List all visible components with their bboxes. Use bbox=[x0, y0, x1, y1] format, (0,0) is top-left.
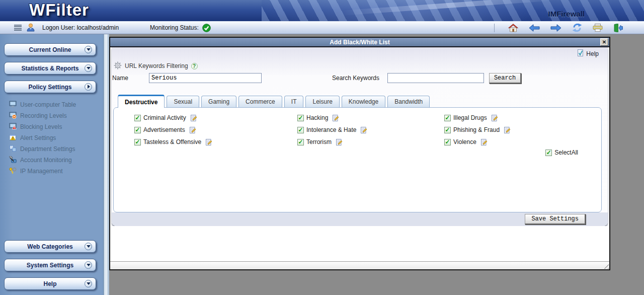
edit-icon[interactable] bbox=[191, 115, 197, 121]
toolbar-separator bbox=[494, 24, 495, 32]
tab-knowledge[interactable]: Knowledge bbox=[342, 96, 385, 107]
checkbox-checked[interactable]: ✓ bbox=[297, 127, 304, 133]
wfilter-logo: WFilter bbox=[29, 1, 89, 20]
recording-icon bbox=[9, 112, 17, 120]
sidebar-section-label: System Settings bbox=[27, 262, 73, 269]
checkbox-checked[interactable]: ✓ bbox=[134, 127, 141, 133]
category-item: ✓ Violence bbox=[444, 136, 601, 148]
category-item: ✓ Intolerance & Hate bbox=[297, 124, 444, 136]
logon-user-label: Logon User: localhost/admin bbox=[42, 24, 119, 31]
sidebar-section-system-settings[interactable]: System Settings bbox=[4, 259, 96, 271]
chevron-down-icon bbox=[85, 261, 92, 269]
dialog-title: Add Black/White List bbox=[330, 39, 389, 46]
save-settings-button[interactable]: Save Settings bbox=[525, 214, 586, 225]
chevron-down-icon bbox=[85, 243, 92, 250]
toolbar-left: Logon User: localhost/admin Monitoring S… bbox=[0, 23, 211, 33]
department-icon bbox=[9, 145, 17, 154]
help-label: Help bbox=[586, 50, 599, 57]
checkbox-checked[interactable]: ✓ bbox=[297, 139, 304, 145]
monitoring-status-label: Monitoring Status: bbox=[150, 24, 199, 31]
tab-leisure[interactable]: Leisure bbox=[305, 96, 339, 107]
category-item: ✓ Tasteless & Offensive bbox=[134, 136, 297, 148]
sidebar-item-department-settings[interactable]: Department Settings bbox=[9, 143, 98, 155]
toolbar-right bbox=[494, 23, 644, 32]
sidebar-item-user-computer-table[interactable]: User-computer Table bbox=[9, 99, 98, 110]
toolbar: Logon User: localhost/admin Monitoring S… bbox=[0, 21, 644, 34]
forward-icon[interactable] bbox=[550, 24, 561, 32]
checkbox-checked[interactable]: ✓ bbox=[444, 115, 451, 121]
name-label: Name bbox=[112, 75, 128, 82]
resize-grip-icon[interactable] bbox=[602, 262, 609, 269]
edit-icon[interactable] bbox=[206, 139, 212, 145]
edit-icon[interactable] bbox=[481, 139, 488, 145]
help-link[interactable]: Help bbox=[577, 49, 599, 58]
checkbox-checked[interactable]: ✓ bbox=[134, 139, 141, 145]
help-row: Help bbox=[112, 49, 608, 57]
checkbox-checked[interactable]: ✓ bbox=[444, 139, 451, 145]
edit-icon[interactable] bbox=[336, 139, 343, 145]
checkbox-checked[interactable]: ✓ bbox=[297, 115, 304, 121]
edit-icon[interactable] bbox=[190, 127, 196, 133]
menu-icon[interactable] bbox=[14, 25, 22, 31]
ip-icon bbox=[9, 167, 17, 176]
search-keywords-input[interactable] bbox=[387, 73, 484, 83]
checkbox-checked[interactable]: ✓ bbox=[444, 127, 451, 133]
sidebar-section-current-online[interactable]: Current Online bbox=[4, 43, 96, 56]
name-input[interactable] bbox=[149, 73, 262, 83]
user-icon bbox=[26, 23, 35, 33]
home-icon[interactable] bbox=[508, 24, 518, 32]
sidebar-section-policy-settings[interactable]: Policy Settings bbox=[4, 81, 96, 93]
tab-commerce[interactable]: Commerce bbox=[238, 96, 282, 107]
edit-icon[interactable] bbox=[492, 115, 498, 121]
sidebar-section-web-categories[interactable]: Web Categories bbox=[4, 240, 96, 253]
back-icon[interactable] bbox=[529, 24, 540, 32]
sidebar-gutter bbox=[103, 34, 109, 295]
sidebar-item-label: Account Monitoring bbox=[20, 157, 72, 164]
sidebar: Current Online Statistics & Reports Poli… bbox=[0, 34, 103, 295]
help-doc-icon bbox=[577, 49, 584, 58]
top-banner: WFilter IMFirewall bbox=[0, 0, 644, 21]
close-icon[interactable]: ✕ bbox=[600, 38, 608, 46]
category-label: Criminal Activity bbox=[143, 114, 186, 121]
sidebar-spacer bbox=[0, 181, 103, 240]
checkbox-checked[interactable]: ✓ bbox=[134, 115, 141, 121]
tab-bandwidth[interactable]: Bandwidth bbox=[387, 96, 430, 107]
logout-icon[interactable] bbox=[613, 24, 623, 32]
print-icon[interactable] bbox=[593, 24, 603, 32]
tab-destructive[interactable]: Destructive bbox=[118, 95, 165, 108]
category-item: ✓ Criminal Activity bbox=[134, 112, 297, 124]
dialog-body: Help bbox=[110, 47, 609, 269]
tab-sexual[interactable]: Sexual bbox=[167, 96, 199, 107]
edit-icon[interactable] bbox=[333, 115, 339, 121]
tab-it[interactable]: IT bbox=[284, 96, 304, 107]
category-label: Intolerance & Hate bbox=[306, 126, 356, 133]
select-all-checkbox[interactable]: ✓ bbox=[545, 150, 552, 156]
sidebar-item-account-monitoring[interactable]: Account Monitoring bbox=[9, 155, 98, 166]
search-button[interactable]: Search bbox=[489, 73, 521, 84]
sidebar-section-help[interactable]: Help bbox=[4, 277, 96, 290]
category-label: Terrorism bbox=[306, 138, 332, 145]
sidebar-item-recording-levels[interactable]: Recording Levels bbox=[9, 110, 98, 121]
url-keywords-card: Help bbox=[112, 47, 608, 226]
sidebar-section-label: Web Categories bbox=[27, 243, 72, 250]
sidebar-item-alert-settings[interactable]: Alert Settings bbox=[9, 132, 98, 143]
edit-icon[interactable] bbox=[504, 127, 511, 133]
refresh-icon[interactable] bbox=[572, 23, 582, 32]
sidebar-item-label: Department Settings bbox=[20, 145, 75, 153]
category-label: Illegal Drugs bbox=[453, 114, 487, 121]
tab-gaming[interactable]: Gaming bbox=[201, 96, 236, 107]
add-blackwhite-list-dialog: Add Black/White List ✕ Help bbox=[109, 37, 610, 270]
account-icon bbox=[9, 156, 17, 165]
category-label: Advertisements bbox=[143, 126, 185, 133]
sidebar-item-blocking-levels[interactable]: Blocking Levels bbox=[9, 121, 98, 132]
sidebar-item-ip-management[interactable]: IP Management bbox=[9, 166, 98, 177]
sidebar-section-statistics-reports[interactable]: Statistics & Reports bbox=[4, 62, 96, 75]
select-all-row: ✓ SelectAll bbox=[114, 149, 601, 156]
computer-icon bbox=[9, 101, 17, 109]
question-help-icon[interactable]: ? bbox=[191, 63, 198, 69]
category-grid: ✓ Criminal Activity ✓ Hacking ✓ Illegal … bbox=[114, 108, 601, 148]
select-all-label: SelectAll bbox=[554, 149, 578, 156]
edit-icon[interactable] bbox=[361, 127, 367, 133]
category-tabs: Destructive Sexual Gaming Commerce IT Le… bbox=[112, 94, 608, 107]
policy-settings-menu: User-computer Table Recording Levels bbox=[9, 97, 98, 181]
